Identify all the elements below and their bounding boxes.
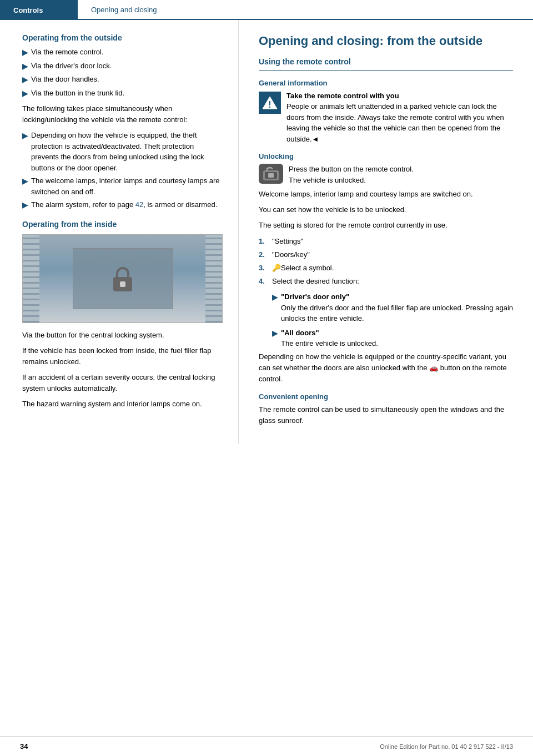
list-item: ▶ Via the button in the trunk lid. (22, 88, 223, 99)
unlocking-heading: Unlocking (259, 152, 513, 160)
right-para1: Welcome lamps, interior lamp and courtes… (259, 189, 513, 200)
list-item: ▶ Via the remote control. (22, 47, 223, 58)
outside-bullets: ▶ Via the remote control. ▶ Via the driv… (22, 47, 223, 99)
bullet-arrow-icon: ▶ (22, 61, 28, 72)
list-item: ▶ The alarm system, refer to page 42, is… (22, 199, 223, 211)
list-item: 3. 🔑 Select a symbol. (259, 263, 513, 274)
image-side-decoration-left (23, 235, 39, 322)
tab-opening-closing[interactable]: Opening and closing (78, 0, 533, 20)
svg-rect-1 (120, 281, 125, 287)
right-para3: The setting is stored for the remote con… (259, 220, 513, 231)
bullet-arrow-icon: ▶ (272, 328, 278, 339)
bullet-arrow-icon: ▶ (22, 130, 28, 142)
bullet-arrow-icon: ▶ (22, 200, 28, 211)
list-item: ▶ The welcome lamps, interior lamps and … (22, 175, 223, 197)
right-para5: The remote control can be used to simult… (259, 404, 513, 426)
warning-body: People or animals left unattended in a p… (286, 102, 504, 143)
function-sub-bullets: ▶ "Driver's door only" Only the driver's… (272, 291, 513, 349)
edition-text: Online Edition for Part no. 01 40 2 917 … (380, 743, 513, 750)
left-column: Operating from the outside ▶ Via the rem… (0, 20, 239, 444)
svg-rect-6 (268, 173, 274, 178)
step-number: 4. (259, 276, 269, 287)
right-main-heading: Opening and closing: from the outside (259, 33, 513, 49)
section-operating-outside-heading: Operating from the outside (22, 33, 223, 42)
tab-controls-label: Controls (13, 6, 43, 14)
bullet-arrow-icon: ▶ (272, 292, 278, 303)
list-item: 2. "Doors/key" (259, 249, 513, 260)
bullet-arrow-icon: ▶ (22, 74, 28, 85)
inside-para1: Via the button for the central locking s… (22, 330, 223, 341)
list-item: ▶ Via the door handles. (22, 74, 223, 85)
step-number: 3. (259, 263, 269, 274)
tab-controls[interactable]: Controls (0, 0, 78, 20)
inside-para2: If the vehicle has been locked from insi… (22, 345, 223, 367)
warning-triangle-icon: ! (262, 95, 278, 110)
inside-para3: If an accident of a certain severity occ… (22, 372, 223, 394)
right-para4: Depending on how the vehicle is equipped… (259, 351, 513, 385)
settings-steps: 1. "Settings" 2. "Doors/key" 3. 🔑 Select… (259, 236, 513, 288)
list-item: ▶ "All doors" The entire vehicle is unlo… (272, 327, 513, 349)
warning-title: Take the remote control with you (286, 92, 399, 100)
outside-para1: The following takes place simultaneously… (22, 103, 223, 125)
section-divider (259, 70, 513, 71)
central-locking-image (22, 234, 223, 323)
step-number: 2. (259, 249, 269, 260)
bullet-arrow-icon: ▶ (22, 88, 28, 99)
unlock-text: Press the button on the remote control. … (289, 164, 414, 185)
list-item: ▶ Depending on how the vehicle is equipp… (22, 130, 223, 173)
tab-opening-label: Opening and closing (91, 6, 157, 14)
list-item: ▶ Via the driver's door lock. (22, 61, 223, 72)
page-link[interactable]: 42 (135, 200, 143, 209)
unlock-line1: Press the button on the remote control. (289, 165, 414, 173)
lock-button-icon (109, 265, 137, 293)
section-operating-inside-heading: Operating from the inside (22, 220, 223, 229)
right-para2: You can set how the vehicle is to be unl… (259, 204, 513, 215)
page-header: Controls Opening and closing (0, 0, 533, 20)
unlock-icon (262, 166, 280, 182)
svg-text:!: ! (268, 100, 271, 109)
list-item: 1. "Settings" (259, 236, 513, 247)
image-center-box (73, 248, 173, 309)
unlock-button-row: Press the button on the remote control. … (259, 164, 513, 185)
step3-icon: 🔑 (272, 263, 281, 274)
list-item: ▶ "Driver's door only" Only the driver's… (272, 291, 513, 324)
main-content: Operating from the outside ▶ Via the rem… (0, 20, 533, 444)
page-footer: 34 Online Edition for Part no. 01 40 2 9… (0, 736, 533, 756)
page-number: 34 (20, 742, 28, 750)
right-column: Opening and closing: from the outside Us… (239, 20, 533, 444)
warning-box: ! Take the remote control with you Peopl… (259, 90, 513, 145)
image-side-decoration-right (205, 235, 222, 322)
outside-bullets2: ▶ Depending on how the vehicle is equipp… (22, 130, 223, 211)
warning-text-content: Take the remote control with you People … (286, 90, 513, 145)
remote-car-icon: 🚗 (429, 364, 440, 372)
inside-para4: The hazard warning system and interior l… (22, 399, 223, 410)
step-number: 1. (259, 236, 269, 247)
unlock-line2: The vehicle is unlocked. (289, 176, 366, 184)
remote-unlock-button-icon (259, 164, 283, 184)
warning-icon: ! (259, 92, 281, 114)
list-item: 4. Select the desired function: (259, 276, 513, 287)
general-info-heading: General information (259, 79, 513, 87)
right-section1-heading: Using the remote control (259, 57, 513, 66)
bullet-arrow-icon: ▶ (22, 176, 28, 187)
convenient-opening-heading: Convenient opening (259, 392, 513, 401)
bullet-arrow-icon: ▶ (22, 47, 28, 58)
alarm-text: The alarm system, refer to page 42, is a… (31, 199, 217, 210)
